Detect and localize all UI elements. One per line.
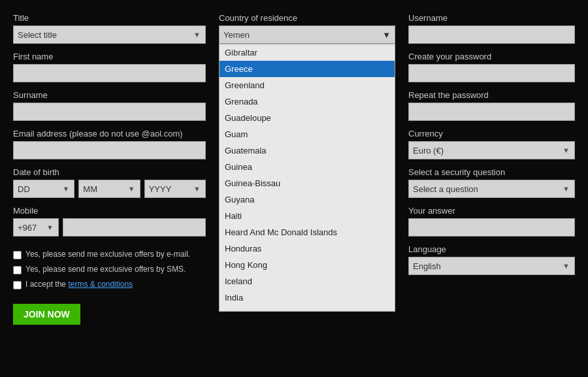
currency-select[interactable]: Euro (€) USD ($) GBP (£) (408, 141, 575, 159)
mobile-label: Mobile (13, 206, 206, 216)
mobile-number-wrapper (63, 218, 206, 237)
list-item[interactable]: Guinea-Bissau (220, 175, 395, 191)
country-label: Country of residence (219, 13, 395, 23)
country-dropdown-arrow: ▼ (382, 30, 391, 40)
surname-label: Surname (13, 90, 206, 100)
checkbox-sms[interactable] (13, 266, 22, 274)
mobile-code-wrapper[interactable]: +967 ▼ (13, 218, 59, 237)
surname-input[interactable] (13, 103, 206, 121)
answer-field: Your answer (408, 206, 575, 237)
list-item[interactable]: Gibraltar (220, 44, 395, 61)
mobile-field: Mobile +967 ▼ (13, 206, 206, 237)
language-select[interactable]: English French Spanish German (408, 257, 575, 275)
password-field: Create your password (408, 52, 575, 82)
username-field: Username (408, 13, 575, 44)
dob-dd-wrapper[interactable]: DD ▼ (13, 180, 74, 198)
dob-mm-wrapper[interactable]: MM ▼ (78, 180, 140, 198)
dob-label: Date of birth (13, 167, 206, 177)
username-label: Username (408, 13, 575, 23)
checkbox-email[interactable] (13, 251, 22, 259)
title-label: Title (13, 13, 206, 23)
checkbox-terms-text: I accept the terms & conditions (25, 280, 133, 289)
username-input[interactable] (408, 25, 575, 44)
list-item[interactable]: Iceland (220, 273, 395, 289)
dob-dd-select[interactable]: DD (13, 180, 74, 198)
checkbox-sms-row: Yes, please send me exclusive offers by … (13, 265, 206, 274)
list-item[interactable]: Haiti (220, 208, 395, 224)
checkbox-section: Yes, please send me exclusive offers by … (13, 250, 206, 289)
title-select[interactable]: Select title Mr Mrs Miss Ms Dr (13, 25, 206, 44)
firstname-input[interactable] (13, 64, 206, 82)
password-input[interactable] (408, 64, 575, 82)
join-button-wrapper: JOIN NOW (13, 297, 206, 325)
email-input[interactable] (13, 141, 206, 159)
list-item[interactable]: Guinea (220, 159, 395, 175)
language-select-wrapper[interactable]: English French Spanish German ▼ (408, 257, 575, 275)
list-item[interactable]: Heard And Mc Donald Islands (220, 224, 395, 240)
list-item[interactable]: Greece (220, 61, 395, 77)
list-item[interactable]: Greenland (220, 77, 395, 93)
checkbox-email-row: Yes, please send me exclusive offers by … (13, 250, 206, 259)
checkbox-email-label: Yes, please send me exclusive offers by … (25, 250, 190, 259)
list-item[interactable]: Indonesia (220, 306, 395, 312)
security-question-label: Select a security question (408, 167, 575, 177)
dob-field: Date of birth DD ▼ MM ▼ YYYY (13, 167, 206, 198)
security-question-select-wrapper[interactable]: Select a question What is your mother's … (408, 180, 575, 198)
security-question-select[interactable]: Select a question What is your mother's … (408, 180, 575, 198)
list-item[interactable]: Honduras (220, 240, 395, 257)
language-label: Language (408, 244, 575, 254)
list-item[interactable]: Guatemala (220, 142, 395, 159)
list-item[interactable]: India (220, 289, 395, 306)
checkbox-sms-label: Yes, please send me exclusive offers by … (25, 265, 186, 274)
list-item[interactable]: Hong Kong (220, 257, 395, 273)
country-dropdown-container[interactable]: Yemen ▼ GibraltarGreeceGreenlandGrenadaG… (219, 25, 395, 44)
language-field: Language English French Spanish German ▼ (408, 244, 575, 275)
checkbox-terms[interactable] (13, 281, 22, 289)
answer-input[interactable] (408, 218, 575, 237)
currency-select-wrapper[interactable]: Euro (€) USD ($) GBP (£) ▼ (408, 141, 575, 159)
country-dropdown-list[interactable]: GibraltarGreeceGreenlandGrenadaGuadeloup… (219, 44, 395, 312)
title-field: Title Select title Mr Mrs Miss Ms Dr ▼ (13, 13, 206, 44)
checkbox-terms-row: I accept the terms & conditions (13, 280, 206, 289)
email-label: Email address (please do not use @aol.co… (13, 129, 206, 139)
email-field: Email address (please do not use @aol.co… (13, 129, 206, 159)
list-item[interactable]: Guam (220, 126, 395, 142)
repeat-password-field: Repeat the password (408, 90, 575, 121)
dob-yyyy-select[interactable]: YYYY (144, 180, 206, 198)
currency-field: Currency Euro (€) USD ($) GBP (£) ▼ (408, 129, 575, 159)
country-selected-value: Yemen (223, 30, 250, 40)
dob-row: DD ▼ MM ▼ YYYY ▼ (13, 180, 206, 198)
mobile-number-input[interactable] (63, 218, 206, 237)
security-question-field: Select a security question Select a ques… (408, 167, 575, 198)
repeat-password-label: Repeat the password (408, 90, 575, 100)
firstname-field: First name (13, 52, 206, 82)
currency-label: Currency (408, 129, 575, 139)
country-field: Country of residence Yemen ▼ GibraltarGr… (219, 13, 395, 44)
title-select-wrapper[interactable]: Select title Mr Mrs Miss Ms Dr ▼ (13, 25, 206, 44)
mobile-row: +967 ▼ (13, 218, 206, 237)
password-label: Create your password (408, 52, 575, 61)
list-item[interactable]: Guadeloupe (220, 110, 395, 126)
country-selected-bar[interactable]: Yemen ▼ (219, 25, 395, 44)
mobile-code-select[interactable]: +967 (13, 218, 59, 237)
answer-label: Your answer (408, 206, 575, 216)
firstname-label: First name (13, 52, 206, 61)
join-button[interactable]: JOIN NOW (13, 304, 80, 325)
dob-mm-select[interactable]: MM (78, 180, 140, 198)
dob-yyyy-wrapper[interactable]: YYYY ▼ (144, 180, 206, 198)
terms-link[interactable]: terms & conditions (68, 280, 133, 289)
surname-field: Surname (13, 90, 206, 121)
list-item[interactable]: Grenada (220, 93, 395, 110)
repeat-password-input[interactable] (408, 103, 575, 121)
list-item[interactable]: Guyana (220, 191, 395, 208)
